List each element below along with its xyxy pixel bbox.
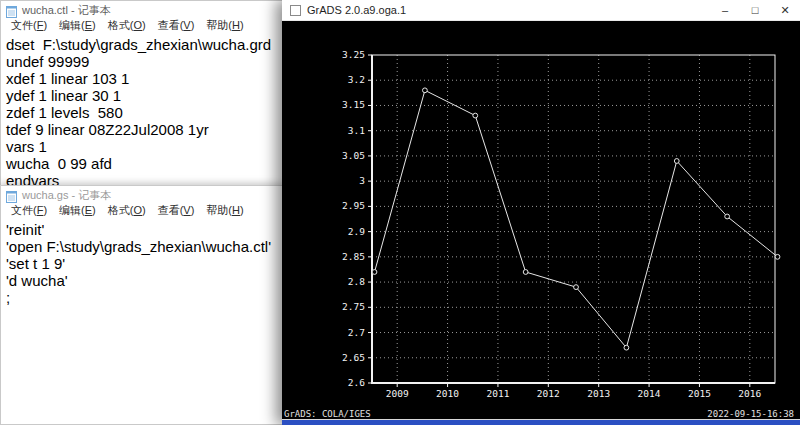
notepad-gs-titlebar[interactable]: wucha.gs - 记事本: [1, 186, 283, 203]
svg-text:2.65: 2.65: [342, 352, 365, 363]
svg-text:2013: 2013: [587, 388, 610, 399]
gs-text-line-0: 'reinit': [6, 221, 283, 238]
notepad-ctl-menu-4[interactable]: 帮助(H): [200, 18, 249, 33]
gs-text-line-3: 'd wucha': [6, 272, 283, 289]
grads-app-icon: [290, 5, 301, 16]
wucha-line-chart: 200920102011201220132014201520162.62.652…: [282, 21, 800, 420]
notepad-icon: [6, 4, 17, 17]
maximize-button[interactable]: □: [740, 0, 770, 20]
svg-text:3.1: 3.1: [348, 125, 365, 136]
notepad-ctl-menu-3[interactable]: 查看(V): [152, 18, 201, 33]
svg-text:2.8: 2.8: [348, 276, 365, 287]
ctl-text-line-1: undef 99999: [6, 53, 283, 70]
svg-text:2012: 2012: [537, 388, 560, 399]
svg-text:3: 3: [359, 175, 365, 186]
notepad-icon: [6, 189, 17, 202]
svg-text:2.6: 2.6: [348, 377, 365, 388]
notepad-ctl-editor[interactable]: dset F:\study\grads_zhexian\wucha.grdund…: [1, 33, 283, 189]
svg-text:3.05: 3.05: [342, 150, 365, 161]
notepad-gs-menu-4[interactable]: 帮助(H): [200, 203, 249, 218]
gs-text-line-1: 'open F:\study\grads_zhexian\wucha.ctl': [6, 238, 283, 255]
minimize-button[interactable]: –: [710, 0, 740, 20]
grads-bottom-blue-bar: [282, 419, 800, 425]
ctl-text-line-6: vars 1: [6, 138, 283, 155]
ctl-text-line-0: dset F:\study\grads_zhexian\wucha.grd: [6, 36, 283, 53]
gs-text-line-4: ;: [6, 289, 283, 306]
svg-text:2.85: 2.85: [342, 251, 365, 262]
grads-titlebar[interactable]: GrADS 2.0.a9.oga.1 – □ ✕: [282, 0, 800, 21]
grads-window: GrADS 2.0.a9.oga.1 – □ ✕ 200920102011201…: [282, 0, 800, 425]
svg-text:2010: 2010: [436, 388, 459, 399]
notepad-gs-menu-0[interactable]: 文件(F): [5, 203, 53, 218]
notepad-gs-title: wucha.gs - 记事本: [22, 188, 111, 203]
svg-text:2.9: 2.9: [348, 226, 365, 237]
notepad-gs-menubar: 文件(F)编辑(E)格式(O)查看(V)帮助(H): [1, 203, 283, 218]
ctl-text-line-4: zdef 1 levels 580: [6, 104, 283, 121]
notepad-ctl-menubar: 文件(F)编辑(E)格式(O)查看(V)帮助(H): [1, 18, 283, 33]
notepad-gs-menu-3[interactable]: 查看(V): [152, 203, 201, 218]
ctl-text-line-7: wucha 0 99 afd: [6, 155, 283, 172]
notepad-ctl-title: wucha.ctl - 记事本: [22, 3, 111, 18]
grads-timestamp: 2022-09-15-16:38: [707, 409, 794, 419]
svg-text:2016: 2016: [738, 388, 761, 399]
notepad-ctl-menu-1[interactable]: 编辑(E): [53, 18, 102, 33]
ctl-text-line-2: xdef 1 linear 103 1: [6, 70, 283, 87]
grads-window-title: GrADS 2.0.a9.oga.1: [307, 4, 704, 16]
svg-text:3.15: 3.15: [342, 99, 365, 110]
notepad-gs-menu-2[interactable]: 格式(O): [102, 203, 152, 218]
svg-text:3.2: 3.2: [348, 74, 365, 85]
svg-text:2.95: 2.95: [342, 200, 365, 211]
svg-text:2009: 2009: [386, 388, 409, 399]
notepad-ctl-titlebar[interactable]: wucha.ctl - 记事本: [1, 1, 283, 18]
svg-text:2015: 2015: [688, 388, 711, 399]
svg-text:2011: 2011: [486, 388, 509, 399]
notepad-wucha-gs-window: wucha.gs - 记事本 文件(F)编辑(E)格式(O)查看(V)帮助(H)…: [0, 185, 284, 425]
notepad-wucha-ctl-window: wucha.ctl - 记事本 文件(F)编辑(E)格式(O)查看(V)帮助(H…: [0, 0, 284, 186]
notepad-ctl-menu-0[interactable]: 文件(F): [5, 18, 53, 33]
svg-text:3.25: 3.25: [342, 49, 365, 60]
grads-canvas: 200920102011201220132014201520162.62.652…: [282, 21, 800, 425]
notepad-gs-menu-1[interactable]: 编辑(E): [53, 203, 102, 218]
gs-text-line-2: 'set t 1 9': [6, 255, 283, 272]
notepad-gs-editor[interactable]: 'reinit''open F:\study\grads_zhexian\wuc…: [1, 218, 283, 306]
desktop: wucha.ctl - 记事本 文件(F)编辑(E)格式(O)查看(V)帮助(H…: [0, 0, 800, 425]
close-button[interactable]: ✕: [770, 0, 800, 20]
window-controls: – □ ✕: [710, 0, 800, 20]
svg-text:2.7: 2.7: [348, 327, 365, 338]
ctl-text-line-3: ydef 1 linear 30 1: [6, 87, 283, 104]
grads-status-left: GrADS: COLA/IGES: [284, 409, 371, 419]
ctl-text-line-5: tdef 9 linear 08Z22Jul2008 1yr: [6, 121, 283, 138]
svg-text:2.75: 2.75: [342, 301, 365, 312]
notepad-ctl-menu-2[interactable]: 格式(O): [102, 18, 152, 33]
svg-text:2014: 2014: [638, 388, 661, 399]
